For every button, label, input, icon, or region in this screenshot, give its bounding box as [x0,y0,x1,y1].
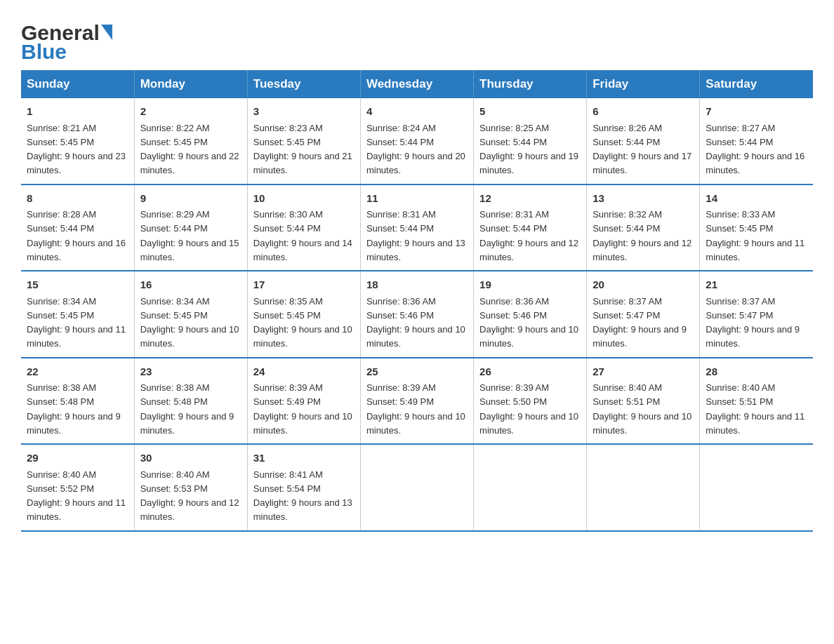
calendar-cell: 7Sunrise: 8:27 AMSunset: 5:44 PMDaylight… [700,98,813,185]
calendar-week-row: 22Sunrise: 8:38 AMSunset: 5:48 PMDayligh… [21,358,813,445]
logo-arrow-icon [101,25,112,40]
day-number: 25 [366,364,468,380]
day-info: Sunrise: 8:21 AMSunset: 5:45 PMDaylight:… [27,123,126,176]
calendar-cell: 19Sunrise: 8:36 AMSunset: 5:46 PMDayligh… [474,271,587,358]
day-info: Sunrise: 8:26 AMSunset: 5:44 PMDaylight:… [593,123,691,176]
calendar-cell: 14Sunrise: 8:33 AMSunset: 5:45 PMDayligh… [700,185,813,271]
day-number: 18 [366,277,468,293]
logo: General Blue [21,21,112,63]
calendar-cell: 29Sunrise: 8:40 AMSunset: 5:52 PMDayligh… [21,444,134,531]
calendar-cell: 12Sunrise: 8:31 AMSunset: 5:44 PMDayligh… [474,185,587,271]
day-info: Sunrise: 8:25 AMSunset: 5:44 PMDaylight:… [479,123,578,176]
day-info: Sunrise: 8:34 AMSunset: 5:45 PMDaylight:… [27,296,126,349]
day-info: Sunrise: 8:39 AMSunset: 5:50 PMDaylight:… [479,382,578,436]
calendar-cell [360,444,473,531]
calendar-cell [587,444,700,531]
day-number: 26 [479,364,581,380]
day-info: Sunrise: 8:40 AMSunset: 5:51 PMDaylight:… [593,382,691,436]
calendar-cell: 26Sunrise: 8:39 AMSunset: 5:50 PMDayligh… [474,358,587,445]
day-number: 31 [253,450,355,467]
column-header-friday: Friday [587,70,700,98]
calendar-cell: 28Sunrise: 8:40 AMSunset: 5:51 PMDayligh… [700,358,813,445]
day-number: 6 [593,104,694,120]
day-info: Sunrise: 8:34 AMSunset: 5:45 PMDaylight:… [140,296,239,349]
day-info: Sunrise: 8:29 AMSunset: 5:44 PMDaylight:… [140,209,239,262]
day-number: 28 [706,364,807,380]
day-info: Sunrise: 8:22 AMSunset: 5:45 PMDaylight:… [140,123,239,176]
day-info: Sunrise: 8:33 AMSunset: 5:45 PMDaylight:… [706,209,805,262]
calendar-cell: 11Sunrise: 8:31 AMSunset: 5:44 PMDayligh… [360,185,473,271]
calendar-cell: 4Sunrise: 8:24 AMSunset: 5:44 PMDaylight… [360,98,473,185]
column-header-tuesday: Tuesday [247,70,360,98]
day-number: 14 [706,191,807,207]
day-number: 30 [140,450,241,467]
day-info: Sunrise: 8:32 AMSunset: 5:44 PMDaylight:… [593,209,691,262]
day-number: 21 [706,277,807,293]
column-header-saturday: Saturday [700,70,813,98]
calendar-cell: 18Sunrise: 8:36 AMSunset: 5:46 PMDayligh… [360,271,473,358]
day-number: 19 [479,277,581,293]
calendar-week-row: 1Sunrise: 8:21 AMSunset: 5:45 PMDaylight… [21,98,813,185]
column-header-thursday: Thursday [474,70,587,98]
calendar-cell: 20Sunrise: 8:37 AMSunset: 5:47 PMDayligh… [587,271,700,358]
day-number: 2 [140,104,241,120]
calendar-cell: 6Sunrise: 8:26 AMSunset: 5:44 PMDaylight… [587,98,700,185]
day-info: Sunrise: 8:37 AMSunset: 5:47 PMDaylight:… [706,296,800,349]
day-info: Sunrise: 8:40 AMSunset: 5:53 PMDaylight:… [140,469,239,523]
calendar-cell: 30Sunrise: 8:40 AMSunset: 5:53 PMDayligh… [134,444,247,531]
day-info: Sunrise: 8:40 AMSunset: 5:52 PMDaylight:… [27,469,126,523]
calendar-cell: 2Sunrise: 8:22 AMSunset: 5:45 PMDaylight… [134,98,247,185]
day-number: 22 [27,364,128,380]
day-info: Sunrise: 8:38 AMSunset: 5:48 PMDaylight:… [140,382,234,436]
column-header-sunday: Sunday [21,70,134,98]
day-number: 20 [593,277,694,293]
calendar-cell: 8Sunrise: 8:28 AMSunset: 5:44 PMDaylight… [21,185,134,271]
calendar-cell [700,444,813,531]
day-number: 4 [366,104,468,120]
calendar-cell: 31Sunrise: 8:41 AMSunset: 5:54 PMDayligh… [247,444,360,531]
day-info: Sunrise: 8:31 AMSunset: 5:44 PMDaylight:… [366,209,465,262]
calendar-cell: 16Sunrise: 8:34 AMSunset: 5:45 PMDayligh… [134,271,247,358]
calendar-week-row: 29Sunrise: 8:40 AMSunset: 5:52 PMDayligh… [21,444,813,531]
calendar-cell: 15Sunrise: 8:34 AMSunset: 5:45 PMDayligh… [21,271,134,358]
day-info: Sunrise: 8:36 AMSunset: 5:46 PMDaylight:… [479,296,578,349]
day-info: Sunrise: 8:28 AMSunset: 5:44 PMDaylight:… [27,209,126,262]
day-number: 13 [593,191,694,207]
logo-blue: Blue [21,40,67,63]
day-info: Sunrise: 8:31 AMSunset: 5:44 PMDaylight:… [479,209,578,262]
calendar-week-row: 15Sunrise: 8:34 AMSunset: 5:45 PMDayligh… [21,271,813,358]
day-number: 9 [140,191,241,207]
calendar-cell: 13Sunrise: 8:32 AMSunset: 5:44 PMDayligh… [587,185,700,271]
day-info: Sunrise: 8:41 AMSunset: 5:54 PMDaylight:… [253,469,352,523]
day-number: 15 [27,277,128,293]
column-header-monday: Monday [134,70,247,98]
day-number: 29 [27,450,128,467]
day-info: Sunrise: 8:39 AMSunset: 5:49 PMDaylight:… [366,382,465,436]
column-header-wednesday: Wednesday [360,70,473,98]
day-number: 16 [140,277,241,293]
calendar-cell: 17Sunrise: 8:35 AMSunset: 5:45 PMDayligh… [247,271,360,358]
day-number: 10 [253,191,355,207]
day-number: 7 [706,104,807,120]
day-number: 23 [140,364,241,380]
day-number: 8 [27,191,128,207]
day-number: 24 [253,364,355,380]
day-number: 5 [479,104,581,120]
day-number: 12 [479,191,581,207]
calendar-cell: 24Sunrise: 8:39 AMSunset: 5:49 PMDayligh… [247,358,360,445]
day-info: Sunrise: 8:27 AMSunset: 5:44 PMDaylight:… [706,123,805,176]
calendar-cell: 21Sunrise: 8:37 AMSunset: 5:47 PMDayligh… [700,271,813,358]
calendar-cell: 23Sunrise: 8:38 AMSunset: 5:48 PMDayligh… [134,358,247,445]
day-number: 3 [253,104,355,120]
day-info: Sunrise: 8:38 AMSunset: 5:48 PMDaylight:… [27,382,121,436]
day-info: Sunrise: 8:23 AMSunset: 5:45 PMDaylight:… [253,123,352,176]
day-info: Sunrise: 8:35 AMSunset: 5:45 PMDaylight:… [253,296,352,349]
calendar-cell: 27Sunrise: 8:40 AMSunset: 5:51 PMDayligh… [587,358,700,445]
day-number: 17 [253,277,355,293]
svg-marker-0 [101,25,112,40]
day-info: Sunrise: 8:24 AMSunset: 5:44 PMDaylight:… [366,123,465,176]
day-info: Sunrise: 8:36 AMSunset: 5:46 PMDaylight:… [366,296,465,349]
day-number: 1 [27,104,128,120]
calendar-cell: 1Sunrise: 8:21 AMSunset: 5:45 PMDaylight… [21,98,134,185]
calendar-table: SundayMondayTuesdayWednesdayThursdayFrid… [21,70,813,532]
